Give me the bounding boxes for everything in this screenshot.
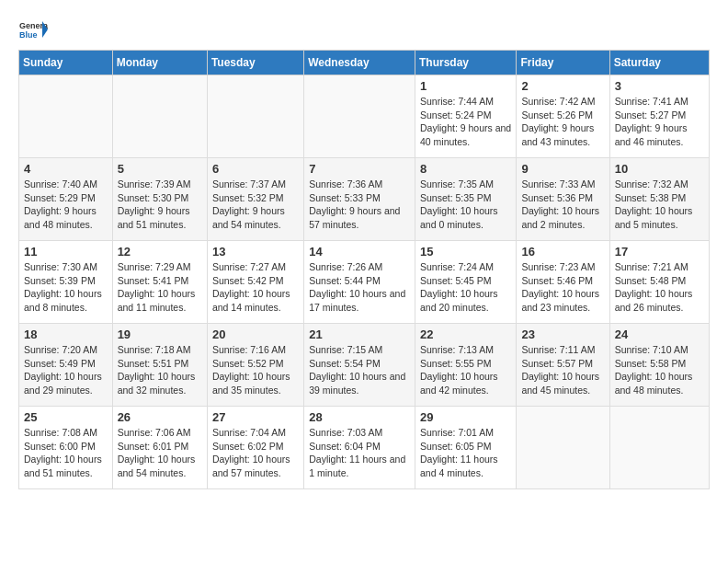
- weekday-header-thursday: Thursday: [415, 51, 516, 75]
- day-number: 7: [309, 162, 410, 176]
- calendar-cell: 9Sunrise: 7:33 AM Sunset: 5:36 PM Daylig…: [517, 158, 609, 241]
- svg-text:Blue: Blue: [19, 30, 38, 40]
- weekday-header-row: SundayMondayTuesdayWednesdayThursdayFrid…: [19, 51, 710, 75]
- calendar-cell: 29Sunrise: 7:01 AM Sunset: 6:05 PM Dayli…: [415, 407, 516, 489]
- calendar-cell: 7Sunrise: 7:36 AM Sunset: 5:33 PM Daylig…: [304, 158, 415, 241]
- day-number: 5: [118, 162, 202, 176]
- day-info: Sunrise: 7:03 AM Sunset: 6:04 PM Dayligh…: [309, 426, 410, 480]
- calendar-cell: 10Sunrise: 7:32 AM Sunset: 5:38 PM Dayli…: [609, 158, 709, 241]
- week-row-1: 1Sunrise: 7:44 AM Sunset: 5:24 PM Daylig…: [19, 75, 710, 158]
- day-number: 3: [615, 79, 704, 93]
- calendar-cell: 11Sunrise: 7:30 AM Sunset: 5:39 PM Dayli…: [19, 241, 113, 324]
- calendar-cell: 14Sunrise: 7:26 AM Sunset: 5:44 PM Dayli…: [304, 241, 415, 324]
- day-info: Sunrise: 7:35 AM Sunset: 5:35 PM Dayligh…: [420, 178, 511, 232]
- day-info: Sunrise: 7:29 AM Sunset: 5:41 PM Dayligh…: [118, 260, 202, 315]
- week-row-3: 11Sunrise: 7:30 AM Sunset: 5:39 PM Dayli…: [19, 241, 710, 324]
- day-number: 23: [521, 327, 604, 341]
- day-number: 29: [420, 410, 511, 424]
- day-info: Sunrise: 7:33 AM Sunset: 5:36 PM Dayligh…: [521, 178, 604, 232]
- calendar-cell: 16Sunrise: 7:23 AM Sunset: 5:46 PM Dayli…: [517, 241, 609, 324]
- day-number: 10: [615, 162, 704, 176]
- day-number: 20: [212, 327, 299, 341]
- day-number: 13: [212, 245, 299, 259]
- day-info: Sunrise: 7:23 AM Sunset: 5:46 PM Dayligh…: [521, 260, 604, 315]
- day-info: Sunrise: 7:13 AM Sunset: 5:55 PM Dayligh…: [420, 343, 511, 397]
- calendar-cell: 8Sunrise: 7:35 AM Sunset: 5:35 PM Daylig…: [415, 158, 516, 241]
- day-info: Sunrise: 7:30 AM Sunset: 5:39 PM Dayligh…: [24, 260, 108, 315]
- calendar-cell: 20Sunrise: 7:16 AM Sunset: 5:52 PM Dayli…: [207, 324, 303, 407]
- day-info: Sunrise: 7:21 AM Sunset: 5:48 PM Dayligh…: [615, 260, 704, 315]
- day-number: 14: [309, 245, 410, 259]
- day-info: Sunrise: 7:04 AM Sunset: 6:02 PM Dayligh…: [212, 426, 299, 480]
- day-number: 12: [118, 245, 202, 259]
- weekday-header-saturday: Saturday: [609, 51, 709, 75]
- calendar-cell: 24Sunrise: 7:10 AM Sunset: 5:58 PM Dayli…: [609, 324, 709, 407]
- day-number: 24: [615, 327, 704, 341]
- logo: General Blue: [18, 18, 48, 40]
- day-info: Sunrise: 7:06 AM Sunset: 6:01 PM Dayligh…: [118, 426, 202, 480]
- week-row-5: 25Sunrise: 7:08 AM Sunset: 6:00 PM Dayli…: [19, 407, 710, 489]
- calendar-cell: 28Sunrise: 7:03 AM Sunset: 6:04 PM Dayli…: [304, 407, 415, 489]
- weekday-header-monday: Monday: [112, 51, 207, 75]
- calendar-cell: 12Sunrise: 7:29 AM Sunset: 5:41 PM Dayli…: [112, 241, 207, 324]
- day-info: Sunrise: 7:39 AM Sunset: 5:30 PM Dayligh…: [118, 178, 202, 232]
- calendar-cell: 21Sunrise: 7:15 AM Sunset: 5:54 PM Dayli…: [304, 324, 415, 407]
- calendar-cell: 1Sunrise: 7:44 AM Sunset: 5:24 PM Daylig…: [415, 75, 516, 158]
- day-number: 6: [212, 162, 299, 176]
- day-info: Sunrise: 7:16 AM Sunset: 5:52 PM Dayligh…: [212, 343, 299, 397]
- week-row-4: 18Sunrise: 7:20 AM Sunset: 5:49 PM Dayli…: [19, 324, 710, 407]
- day-number: 11: [24, 245, 108, 259]
- day-info: Sunrise: 7:18 AM Sunset: 5:51 PM Dayligh…: [118, 343, 202, 397]
- calendar-cell: 26Sunrise: 7:06 AM Sunset: 6:01 PM Dayli…: [112, 407, 207, 489]
- day-number: 17: [615, 245, 704, 259]
- calendar-cell: [207, 75, 303, 158]
- day-info: Sunrise: 7:01 AM Sunset: 6:05 PM Dayligh…: [420, 426, 511, 480]
- day-info: Sunrise: 7:24 AM Sunset: 5:45 PM Dayligh…: [420, 260, 511, 315]
- calendar-cell: 3Sunrise: 7:41 AM Sunset: 5:27 PM Daylig…: [609, 75, 709, 158]
- weekday-header-friday: Friday: [517, 51, 609, 75]
- day-number: 28: [309, 410, 410, 424]
- day-info: Sunrise: 7:36 AM Sunset: 5:33 PM Dayligh…: [309, 178, 410, 232]
- day-info: Sunrise: 7:26 AM Sunset: 5:44 PM Dayligh…: [309, 260, 410, 315]
- day-number: 15: [420, 245, 511, 259]
- day-info: Sunrise: 7:44 AM Sunset: 5:24 PM Dayligh…: [420, 95, 511, 149]
- weekday-header-sunday: Sunday: [19, 51, 113, 75]
- weekday-header-wednesday: Wednesday: [304, 51, 415, 75]
- calendar-cell: 27Sunrise: 7:04 AM Sunset: 6:02 PM Dayli…: [207, 407, 303, 489]
- calendar-cell: 13Sunrise: 7:27 AM Sunset: 5:42 PM Dayli…: [207, 241, 303, 324]
- day-info: Sunrise: 7:32 AM Sunset: 5:38 PM Dayligh…: [615, 178, 704, 232]
- calendar-cell: 6Sunrise: 7:37 AM Sunset: 5:32 PM Daylig…: [207, 158, 303, 241]
- calendar-cell: 22Sunrise: 7:13 AM Sunset: 5:55 PM Dayli…: [415, 324, 516, 407]
- day-info: Sunrise: 7:37 AM Sunset: 5:32 PM Dayligh…: [212, 178, 299, 232]
- calendar-cell: 17Sunrise: 7:21 AM Sunset: 5:48 PM Dayli…: [609, 241, 709, 324]
- day-number: 16: [521, 245, 604, 259]
- day-number: 21: [309, 327, 410, 341]
- day-info: Sunrise: 7:27 AM Sunset: 5:42 PM Dayligh…: [212, 260, 299, 315]
- calendar-cell: [517, 407, 609, 489]
- day-number: 8: [420, 162, 511, 176]
- day-number: 26: [118, 410, 202, 424]
- calendar-cell: 25Sunrise: 7:08 AM Sunset: 6:00 PM Dayli…: [19, 407, 113, 489]
- weekday-header-tuesday: Tuesday: [207, 51, 303, 75]
- day-number: 18: [24, 327, 108, 341]
- day-info: Sunrise: 7:41 AM Sunset: 5:27 PM Dayligh…: [615, 95, 704, 149]
- day-info: Sunrise: 7:20 AM Sunset: 5:49 PM Dayligh…: [24, 343, 108, 397]
- day-info: Sunrise: 7:40 AM Sunset: 5:29 PM Dayligh…: [24, 178, 108, 232]
- week-row-2: 4Sunrise: 7:40 AM Sunset: 5:29 PM Daylig…: [19, 158, 710, 241]
- day-number: 9: [521, 162, 604, 176]
- calendar-cell: 19Sunrise: 7:18 AM Sunset: 5:51 PM Dayli…: [112, 324, 207, 407]
- calendar-cell: 2Sunrise: 7:42 AM Sunset: 5:26 PM Daylig…: [517, 75, 609, 158]
- day-info: Sunrise: 7:42 AM Sunset: 5:26 PM Dayligh…: [521, 95, 604, 149]
- calendar-cell: 5Sunrise: 7:39 AM Sunset: 5:30 PM Daylig…: [112, 158, 207, 241]
- calendar-cell: 18Sunrise: 7:20 AM Sunset: 5:49 PM Dayli…: [19, 324, 113, 407]
- day-number: 2: [521, 79, 604, 93]
- header: General Blue: [18, 18, 710, 40]
- day-info: Sunrise: 7:08 AM Sunset: 6:00 PM Dayligh…: [24, 426, 108, 480]
- day-number: 25: [24, 410, 108, 424]
- logo-svg-icon: General Blue: [18, 18, 48, 40]
- calendar-table: SundayMondayTuesdayWednesdayThursdayFrid…: [18, 50, 710, 489]
- day-info: Sunrise: 7:11 AM Sunset: 5:57 PM Dayligh…: [521, 343, 604, 397]
- day-number: 4: [24, 162, 108, 176]
- calendar-cell: [112, 75, 207, 158]
- day-number: 1: [420, 79, 511, 93]
